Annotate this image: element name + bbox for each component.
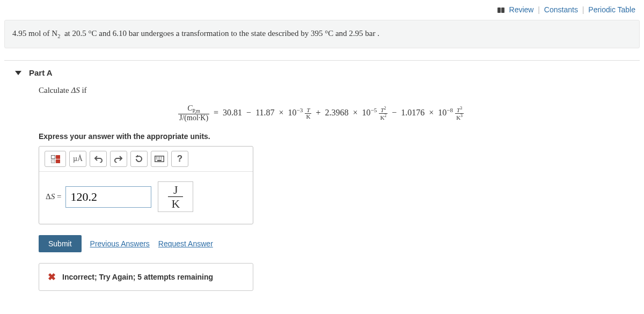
answer-toolbar: µÅ ?	[39, 147, 253, 172]
undo-button[interactable]	[90, 151, 107, 167]
submit-button[interactable]: Submit	[39, 235, 82, 252]
redo-button[interactable]	[110, 151, 127, 167]
templates-button[interactable]	[45, 151, 66, 167]
feedback-text: Incorrect; Try Again; 5 attempts remaini…	[62, 273, 213, 281]
request-answer-link[interactable]: Request Answer	[158, 239, 213, 248]
separator: |	[538, 5, 540, 14]
answer-input-row: ΔS = J K	[39, 172, 253, 224]
answer-box: µÅ ? ΔS =	[39, 146, 253, 224]
feedback-box: ✖ Incorrect; Try Again; 5 attempts remai…	[39, 263, 253, 291]
calculate-instruction: Calculate ΔS if	[39, 86, 640, 95]
keyboard-button[interactable]	[151, 151, 168, 167]
part-header[interactable]: Part A	[4, 68, 640, 84]
submit-row: Submit Previous Answers Request Answer	[39, 235, 640, 252]
part-label: Part A	[29, 68, 53, 77]
review-icon	[497, 6, 505, 14]
part-a: Part A Calculate ΔS if CP,m J/(mol·K) = …	[4, 60, 640, 291]
equation: CP,m J/(mol·K) = 30.81 − 11.87 × 10−3 T …	[39, 105, 640, 122]
review-link[interactable]: Review	[509, 5, 534, 14]
answer-value-input[interactable]	[65, 186, 151, 208]
constants-link[interactable]: Constants	[544, 5, 578, 14]
units-button[interactable]: µÅ	[69, 151, 86, 167]
previous-answers-link[interactable]: Previous Answers	[90, 239, 150, 248]
problem-statement: 4.95 mol of N2 at 20.5 °C and 6.10 bar u…	[4, 20, 640, 48]
chevron-down-icon	[15, 71, 21, 75]
top-nav: Review | Constants | Periodic Table	[0, 0, 644, 18]
separator: |	[582, 5, 584, 14]
reset-button[interactable]	[130, 151, 148, 167]
periodic-table-link[interactable]: Periodic Table	[588, 5, 635, 14]
incorrect-icon: ✖	[48, 271, 56, 283]
help-button[interactable]: ?	[171, 151, 188, 167]
units-hint: Express your answer with the appropriate…	[39, 132, 640, 141]
answer-units[interactable]: J K	[158, 181, 193, 212]
answer-lhs: ΔS =	[46, 192, 61, 201]
